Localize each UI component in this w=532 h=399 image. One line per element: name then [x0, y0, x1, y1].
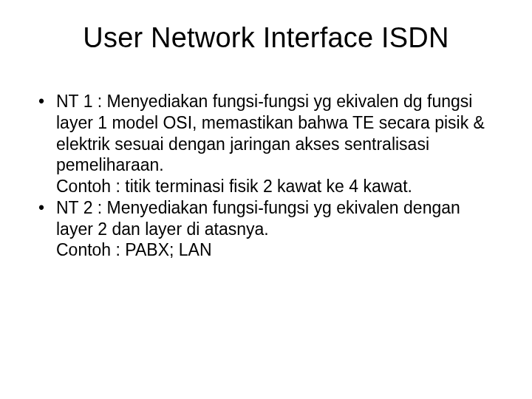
- list-item: NT 1 : Menyediakan fungsi-fungsi yg ekiv…: [37, 91, 495, 197]
- list-item: NT 2 : Menyediakan fungsi-fungsi yg ekiv…: [37, 197, 495, 261]
- slide-title: User Network Interface ISDN: [30, 22, 502, 54]
- bullet-list: NT 1 : Menyediakan fungsi-fungsi yg ekiv…: [30, 91, 502, 261]
- slide: User Network Interface ISDN NT 1 : Menye…: [0, 0, 532, 399]
